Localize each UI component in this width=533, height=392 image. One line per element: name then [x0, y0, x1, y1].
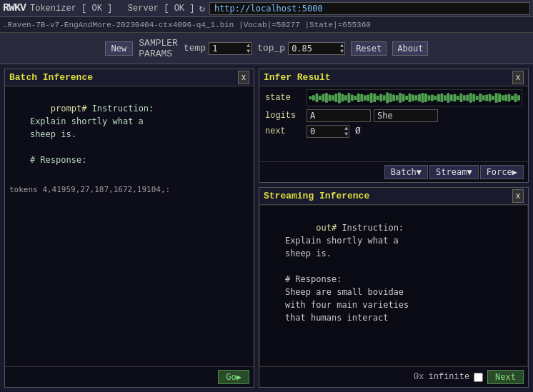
- svg-rect-9: [338, 92, 341, 103]
- svg-rect-53: [479, 94, 482, 102]
- stream-text[interactable]: out# Instruction: Explain shortly what a…: [259, 205, 528, 366]
- svg-rect-0: [309, 96, 312, 100]
- topbar: RWKV Tokenizer [ OK ] Server [ OK ] ↻: [0, 0, 533, 17]
- main-content: Batch Inference x prompt# Instruction: E…: [0, 64, 533, 392]
- svg-rect-60: [502, 95, 504, 101]
- svg-rect-22: [379, 94, 382, 102]
- svg-rect-34: [418, 94, 421, 102]
- svg-rect-61: [504, 94, 507, 101]
- top-p-spinner-arrows[interactable]: ▲▼: [340, 43, 344, 54]
- next-label: next: [265, 126, 301, 136]
- svg-rect-27: [396, 95, 399, 101]
- go-button[interactable]: Go▶: [218, 370, 249, 384]
- svg-rect-45: [453, 94, 456, 102]
- top-p-label: top_p: [257, 43, 285, 54]
- batch-inference-footer: Go▶: [5, 366, 254, 387]
- next-input[interactable]: [307, 125, 349, 138]
- batch-inference-content: prompt# Instruction: Explain shortly wha…: [5, 86, 254, 366]
- svg-rect-13: [351, 94, 354, 101]
- out-label: out: [316, 223, 332, 233]
- refresh-icon[interactable]: ↻: [199, 2, 204, 14]
- batch-inference-close[interactable]: x: [238, 71, 249, 84]
- prompt-label: prompt: [51, 104, 81, 114]
- svg-rect-24: [386, 92, 389, 103]
- svg-rect-43: [447, 93, 449, 103]
- svg-rect-58: [495, 93, 498, 103]
- svg-rect-52: [476, 96, 479, 100]
- batch-button[interactable]: Batch▼: [384, 165, 428, 179]
- svg-rect-1: [312, 95, 315, 101]
- infobar: …Raven-7B-v7-EngAndMore-20230404-ctx4096…: [0, 17, 533, 33]
- svg-rect-3: [319, 96, 322, 100]
- stream-body: Instruction: Explain shortly what a shee…: [264, 223, 409, 323]
- infer-result-close[interactable]: x: [512, 71, 524, 84]
- svg-rect-62: [508, 94, 511, 102]
- stream-button[interactable]: Stream▼: [429, 165, 479, 179]
- force-button[interactable]: Force▶: [480, 165, 524, 179]
- svg-rect-19: [370, 93, 373, 103]
- infer-result-panel: Infer Result x state logits: [259, 69, 529, 183]
- svg-rect-64: [514, 94, 517, 102]
- infinite-checkbox[interactable]: [474, 373, 483, 382]
- prompt-body: Explain shortly what a sheep is. # Respo…: [9, 116, 144, 165]
- prompt-instruction: Instruction:: [92, 104, 154, 114]
- about-button[interactable]: About: [392, 41, 428, 56]
- new-button[interactable]: New: [105, 41, 134, 56]
- info-text: …Raven-7B-v7-EngAndMore-20230404-ctx4096…: [3, 21, 371, 29]
- right-panels: Infer Result x state logits: [259, 69, 529, 388]
- infer-result-header: Infer Result x: [259, 69, 528, 86]
- logo: RWKV: [3, 2, 26, 14]
- temp-spinner-arrows[interactable]: ▲▼: [246, 43, 250, 54]
- logits-row: logits: [265, 109, 522, 122]
- top-p-input[interactable]: [288, 42, 345, 55]
- svg-rect-31: [409, 94, 412, 102]
- next-button[interactable]: Next: [487, 370, 524, 384]
- waveform: [307, 89, 522, 106]
- prompt-hash: #: [81, 104, 86, 114]
- svg-rect-4: [322, 94, 325, 102]
- svg-rect-11: [344, 95, 347, 101]
- svg-rect-10: [341, 94, 344, 102]
- next-spinner-wrap: ▲▼: [307, 125, 349, 138]
- svg-rect-12: [347, 93, 350, 103]
- streaming-footer: 0x infinite Next: [259, 366, 528, 387]
- svg-rect-40: [437, 94, 440, 102]
- svg-rect-17: [364, 95, 367, 101]
- out-hash: #: [332, 223, 342, 233]
- state-row: state: [265, 89, 522, 106]
- top-p-spinner-wrap: ▲▼: [288, 42, 345, 55]
- next-spinner-arrows[interactable]: ▲▼: [344, 126, 348, 137]
- reset-button[interactable]: Reset: [351, 41, 387, 56]
- logits-inputs: [307, 109, 438, 122]
- temp-spinner-wrap: ▲▼: [209, 42, 251, 55]
- next-symbol: Ø: [355, 126, 361, 136]
- svg-rect-21: [377, 96, 379, 100]
- svg-rect-32: [412, 94, 414, 101]
- svg-rect-49: [466, 94, 469, 101]
- svg-rect-35: [422, 93, 424, 103]
- svg-rect-5: [325, 93, 328, 103]
- batch-inference-header: Batch Inference x: [5, 69, 254, 86]
- prompt-text: prompt# Instruction: Explain shortly wha…: [9, 89, 249, 179]
- svg-rect-15: [357, 94, 360, 102]
- streaming-inference-panel: Streaming Inference x out# Instruction: …: [259, 187, 529, 388]
- infinite-label: infinite: [428, 372, 469, 382]
- svg-rect-28: [399, 93, 402, 103]
- svg-rect-26: [392, 94, 395, 101]
- sampler-params-bar: New SAMPLER PARAMS temp ▲▼ top_p ▲▼ Rese…: [0, 33, 533, 64]
- temp-input[interactable]: [209, 42, 251, 55]
- top-p-control: top_p ▲▼: [257, 42, 345, 55]
- svg-rect-44: [450, 94, 453, 101]
- infer-buttons: Batch▼ Stream▼ Force▶: [259, 161, 528, 182]
- url-input[interactable]: [209, 2, 530, 15]
- svg-rect-63: [511, 96, 514, 100]
- logit-a-input[interactable]: [307, 109, 371, 122]
- svg-rect-54: [482, 95, 485, 101]
- waveform-svg: [309, 91, 520, 105]
- logits-label: logits: [265, 111, 301, 121]
- streaming-inference-title: Streaming Inference: [264, 191, 369, 201]
- streaming-inference-close[interactable]: x: [512, 189, 524, 203]
- svg-rect-20: [373, 94, 376, 102]
- sampler-label: SAMPLER PARAMS: [139, 38, 178, 59]
- logit-she-input[interactable]: [374, 109, 438, 122]
